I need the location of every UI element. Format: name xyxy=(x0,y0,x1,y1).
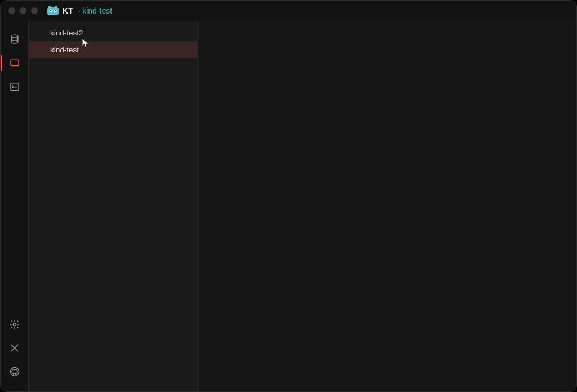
x-social-button[interactable] xyxy=(1,336,29,360)
svg-rect-8 xyxy=(10,60,18,65)
app-name: KT xyxy=(63,6,73,15)
svg-rect-6 xyxy=(55,6,57,8)
app-icon xyxy=(47,5,59,17)
activity-database[interactable] xyxy=(1,28,29,51)
activity-bottom xyxy=(1,313,29,391)
minimize-window-button[interactable] xyxy=(20,7,26,14)
cluster-list: kind-test2 kind-test xyxy=(29,21,197,58)
svg-point-7 xyxy=(11,35,18,38)
svg-rect-10 xyxy=(10,83,18,91)
close-window-button[interactable] xyxy=(8,7,15,14)
svg-rect-9 xyxy=(10,65,18,66)
titlebar: KT - kind-test xyxy=(1,1,576,21)
github-button[interactable] xyxy=(1,360,29,384)
list-item[interactable]: kind-test xyxy=(29,41,197,58)
svg-point-11 xyxy=(13,323,16,326)
editor-area xyxy=(198,21,576,391)
activity-cluster[interactable] xyxy=(1,51,29,75)
svg-rect-5 xyxy=(48,6,51,8)
activity-bar xyxy=(1,21,29,391)
window-controls xyxy=(8,7,38,14)
app-window: KT - kind-test xyxy=(0,0,577,392)
svg-rect-0 xyxy=(47,7,59,15)
activity-terminal[interactable] xyxy=(1,75,29,99)
list-item-label: kind-test xyxy=(50,46,79,54)
window-title-suffix: - kind-test xyxy=(78,6,112,15)
svg-point-4 xyxy=(55,10,56,11)
side-panel: kind-test2 kind-test xyxy=(29,21,198,391)
svg-point-3 xyxy=(50,10,51,11)
list-item[interactable]: kind-test2 xyxy=(29,24,197,41)
app-body: kind-test2 kind-test xyxy=(1,21,576,391)
list-item-label: kind-test2 xyxy=(50,29,83,37)
zoom-window-button[interactable] xyxy=(31,7,38,14)
settings-button[interactable] xyxy=(1,313,29,336)
